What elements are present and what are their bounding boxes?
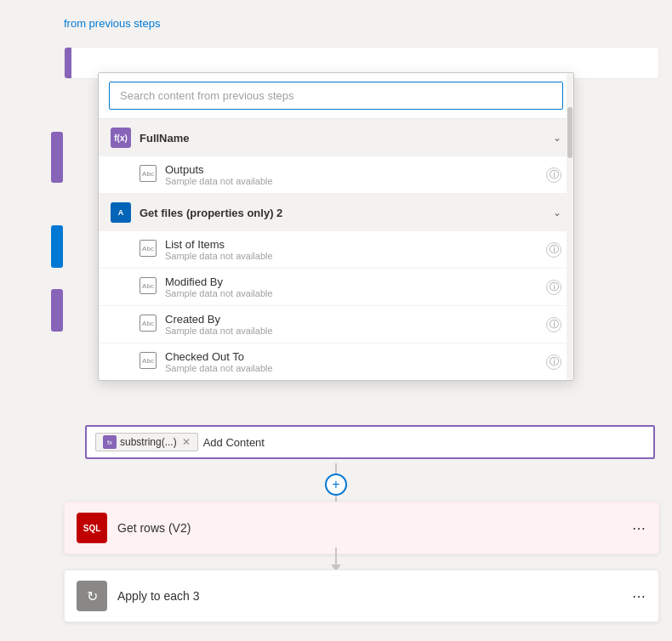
- section-header-getfiles[interactable]: A Get files (properties only) 2 ⌄: [99, 194, 573, 231]
- modified-by-name: Modified By: [165, 275, 273, 288]
- formula-input-row[interactable]: fx substring(...) ✕ Add Content: [85, 425, 655, 459]
- list-of-items-sub: Sample data not available: [165, 251, 273, 261]
- apply-to-each-card[interactable]: ↻ Apply to each 3 ⋯: [64, 570, 659, 622]
- substring-token: fx substring(...) ✕: [95, 433, 198, 451]
- created-by-left: Abc Created By Sample data not available: [140, 313, 273, 336]
- connector-line-top: [335, 463, 337, 474]
- search-wrap: [99, 73, 573, 119]
- modified-by-left: Abc Modified By Sample data not availabl…: [140, 275, 273, 298]
- plus-connector: +: [325, 463, 347, 506]
- checked-out-sub: Sample data not available: [165, 363, 273, 373]
- canvas: from previous steps f(x) FullName ⌄ Abc: [0, 0, 672, 641]
- add-step-button[interactable]: +: [325, 474, 347, 496]
- checked-out-info-icon[interactable]: ⓘ: [546, 355, 561, 370]
- created-by-text: Created By Sample data not available: [165, 313, 273, 336]
- outputs-abc-icon: Abc: [140, 165, 157, 182]
- list-of-items-text: List of Items Sample data not available: [165, 238, 273, 261]
- getfiles-section-title: Get files (properties only) 2: [140, 207, 282, 219]
- arrow-down-connector: [331, 547, 341, 571]
- breadcrumb[interactable]: from previous steps: [64, 17, 160, 30]
- getfiles-icon-label: A: [118, 208, 124, 217]
- created-by-info-icon[interactable]: ⓘ: [546, 317, 561, 332]
- scroll-thumb: [567, 107, 572, 158]
- get-rows-menu-button[interactable]: ⋯: [632, 520, 647, 536]
- apply-to-each-title: Apply to each 3: [117, 589, 622, 603]
- created-by-name: Created By: [165, 313, 273, 326]
- created-by-sub: Sample data not available: [165, 326, 273, 336]
- list-of-items-name: List of Items: [165, 238, 273, 251]
- checked-out-left: Abc Checked Out To Sample data not avail…: [140, 350, 273, 373]
- section-header-left-getfiles: A Get files (properties only) 2: [111, 202, 282, 223]
- list-item-outputs[interactable]: Abc Outputs Sample data not available ⓘ: [99, 156, 573, 194]
- apply-to-each-menu-button[interactable]: ⋯: [632, 588, 647, 604]
- token-fx-icon: fx: [103, 435, 117, 449]
- scroll-track: [567, 73, 573, 380]
- checked-out-abc-icon: Abc: [140, 352, 157, 369]
- search-input[interactable]: [109, 82, 563, 110]
- token-fx-label: fx: [107, 439, 112, 446]
- modified-by-text: Modified By Sample data not available: [165, 275, 273, 298]
- fullname-section-title: FullName: [140, 132, 190, 145]
- side-card-blue-1: [51, 225, 63, 268]
- list-item-outputs-left: Abc Outputs Sample data not available: [140, 163, 273, 186]
- outputs-name: Outputs: [165, 163, 273, 176]
- outputs-sub: Sample data not available: [165, 176, 273, 186]
- loop-icon: ↻: [77, 581, 107, 611]
- list-item-modified-by[interactable]: Abc Modified By Sample data not availabl…: [99, 269, 573, 306]
- checked-out-text: Checked Out To Sample data not available: [165, 350, 273, 373]
- list-item-created-by[interactable]: Abc Created By Sample data not available…: [99, 306, 573, 343]
- modified-by-abc-icon: Abc: [140, 277, 157, 294]
- content-picker-dropdown: f(x) FullName ⌄ Abc Outputs Sample data …: [98, 72, 574, 381]
- sql-icon: SQL: [77, 513, 107, 543]
- outputs-text: Outputs Sample data not available: [165, 163, 273, 186]
- sql-icon-label: SQL: [83, 524, 101, 533]
- get-rows-card[interactable]: SQL Get rows (V2) ⋯: [64, 502, 659, 554]
- list-of-items-abc-icon: Abc: [140, 240, 157, 257]
- loop-icon-label: ↻: [87, 588, 98, 604]
- modified-by-info-icon[interactable]: ⓘ: [546, 280, 561, 295]
- list-item-checked-out-to[interactable]: Abc Checked Out To Sample data not avail…: [99, 343, 573, 380]
- list-of-items-left: Abc List of Items Sample data not availa…: [140, 238, 273, 261]
- list-item-list-of-items[interactable]: Abc List of Items Sample data not availa…: [99, 231, 573, 269]
- fullname-chevron: ⌄: [553, 132, 561, 144]
- section-header-left-fullname: f(x) FullName: [111, 128, 190, 148]
- getfiles-chevron: ⌄: [553, 207, 561, 218]
- list-of-items-info-icon[interactable]: ⓘ: [546, 242, 561, 258]
- section-header-fullname[interactable]: f(x) FullName ⌄: [99, 119, 573, 156]
- arrow-line: [335, 547, 337, 564]
- partial-card-accent: [65, 48, 71, 78]
- add-content-label[interactable]: Add Content: [203, 436, 265, 449]
- modified-by-sub: Sample data not available: [165, 288, 273, 298]
- checked-out-name: Checked Out To: [165, 350, 273, 363]
- created-by-abc-icon: Abc: [140, 315, 157, 332]
- token-close-button[interactable]: ✕: [182, 436, 191, 448]
- outputs-info-icon[interactable]: ⓘ: [546, 167, 561, 183]
- side-card-purple-1: [51, 132, 63, 183]
- side-card-purple-2: [51, 289, 63, 332]
- token-text: substring(...): [120, 436, 177, 448]
- fullname-icon-label: f(x): [114, 133, 128, 143]
- fullname-icon: f(x): [111, 128, 131, 148]
- getfiles-icon: A: [111, 202, 131, 223]
- get-rows-title: Get rows (V2): [117, 521, 622, 535]
